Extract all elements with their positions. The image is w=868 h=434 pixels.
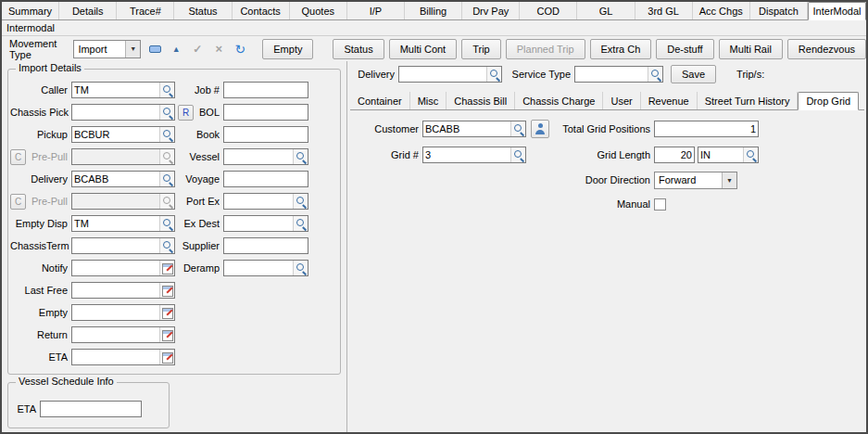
extra-ch-button[interactable]: Extra Ch [590,39,652,59]
grid-number-input[interactable] [423,148,510,162]
status-button[interactable]: Status [333,39,384,59]
pre-pull-c-button[interactable]: C [10,194,26,210]
tab-dispatch[interactable]: Dispatch [750,2,808,19]
grid-length-unit-input[interactable] [698,148,743,162]
tab-billing[interactable]: Billing [405,2,462,19]
pickup-input[interactable] [72,128,159,142]
lookup-icon[interactable] [743,147,758,162]
datepicker-icon[interactable] [159,350,174,364]
chassis-pick-field[interactable] [71,104,175,121]
tab-quotes[interactable]: Quotes [290,2,347,19]
ex-dest-field[interactable] [223,215,308,232]
ex-dest-input[interactable] [224,217,293,231]
planned-trip-button[interactable]: Planned Trip [506,39,585,59]
port-ex-field[interactable] [223,193,308,210]
tab-container[interactable]: Container [350,92,410,109]
caller-input[interactable] [72,83,159,97]
lookup-icon[interactable] [510,121,525,136]
datepicker-icon[interactable] [159,261,174,275]
de-stuff-button[interactable]: De-stuff [656,39,713,59]
lookup-icon[interactable] [648,67,662,82]
empty-button[interactable]: Empty [262,39,313,59]
empty-disp-field[interactable] [71,215,175,232]
tab-contacts[interactable]: Contacts [233,2,290,19]
tab-summary[interactable]: Summary [2,2,59,19]
total-grid-positions-field[interactable] [654,121,759,137]
lookup-icon[interactable] [159,216,174,231]
customer-field[interactable] [422,121,526,137]
lookup-icon[interactable] [486,67,501,82]
grid-length-field[interactable] [654,147,695,163]
empty-date-field[interactable] [71,304,175,321]
grid-length-unit-field[interactable] [698,147,759,163]
chassis-pick-input[interactable] [72,106,159,120]
book-field[interactable] [223,126,308,143]
total-grid-positions-input[interactable] [655,122,758,136]
last-free-input[interactable] [72,284,159,298]
supplier-field[interactable] [223,237,308,254]
voyage-field[interactable] [223,171,308,187]
tab-status[interactable]: Status [174,2,232,19]
service-type-input[interactable] [575,68,648,82]
delivery-input[interactable] [72,172,159,186]
last-free-field[interactable] [71,282,175,299]
empty-date-input[interactable] [72,306,159,320]
datepicker-icon[interactable] [159,283,174,298]
delivery-header-input[interactable] [399,68,486,82]
tab-gl[interactable]: GL [577,2,635,19]
return-field[interactable] [71,326,175,343]
tab-cod[interactable]: COD [520,2,577,19]
eta-input[interactable] [72,351,159,364]
chassis-term-field[interactable] [71,237,175,254]
grid-length-input[interactable] [655,148,694,162]
deramp-input[interactable] [224,262,293,275]
return-input[interactable] [72,328,159,342]
pickup-field[interactable] [71,126,175,143]
up-arrow-icon[interactable]: ▲ [167,40,185,58]
customer-input[interactable] [423,122,510,136]
multi-rail-button[interactable]: Multi Rail [719,39,783,59]
tab-misc[interactable]: Misc [410,92,447,109]
notify-field[interactable] [71,260,175,276]
door-direction-select[interactable]: Forward ▼ [654,172,737,189]
lookup-icon[interactable] [293,149,308,164]
rendezvous-button[interactable]: Rendezvous [787,39,866,59]
vessel-field[interactable] [223,148,308,165]
datepicker-icon[interactable] [159,327,174,342]
multi-cont-button[interactable]: Multi Cont [389,39,458,59]
job-number-input[interactable] [224,83,308,97]
lookup-icon[interactable] [159,105,174,120]
record-bar-icon[interactable] [145,40,164,58]
notify-input[interactable] [72,262,159,275]
tab-drop-grid[interactable]: Drop Grid [798,92,859,110]
refresh-icon[interactable]: ↻ [231,40,249,58]
lookup-icon[interactable] [293,261,308,275]
chassis-term-input[interactable] [72,239,159,253]
port-ex-input[interactable] [224,195,293,209]
service-type-field[interactable] [574,66,663,83]
job-number-field[interactable] [223,82,308,98]
bol-field[interactable] [223,104,308,121]
datepicker-icon[interactable] [159,305,174,320]
book-input[interactable] [224,128,308,142]
delivery-field[interactable] [71,171,175,187]
eta-field[interactable] [71,349,175,365]
deramp-field[interactable] [223,260,308,276]
lookup-icon[interactable] [510,147,525,162]
vessel-eta-field[interactable] [40,401,142,417]
chevron-down-icon[interactable]: ▼ [125,41,140,57]
tab-drv-pay[interactable]: Drv Pay [462,2,520,19]
delivery-header-field[interactable] [398,66,502,83]
grid-number-field[interactable] [422,147,526,163]
empty-disp-input[interactable] [72,217,159,231]
lookup-icon[interactable] [293,216,308,231]
tab-trace[interactable]: Trace# [117,2,174,19]
tab-chassis-charge[interactable]: Chassis Charge [515,92,603,109]
tab-intermodal[interactable]: InterModal [808,2,866,20]
voyage-input[interactable] [224,172,308,186]
trip-button[interactable]: Trip [461,39,501,59]
tab-chassis-bill[interactable]: Chassis Bill [447,92,515,109]
tab-3rd-gl[interactable]: 3rd GL [635,2,693,19]
cancel-x-icon[interactable]: × [209,40,228,58]
save-button[interactable]: Save [671,65,716,83]
